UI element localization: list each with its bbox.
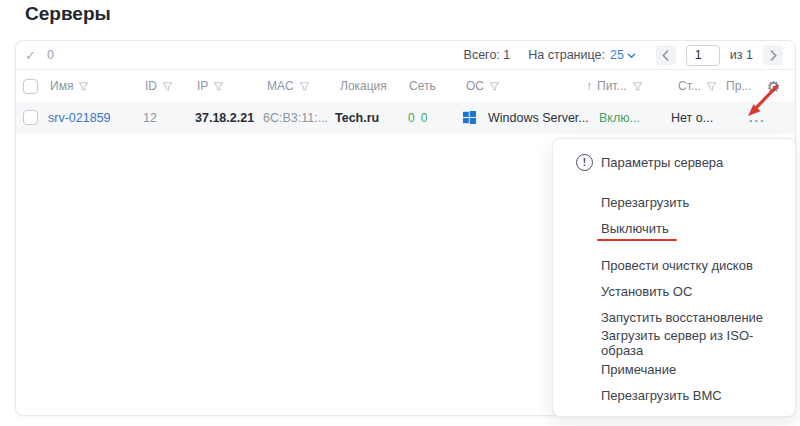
menu-item-install-os[interactable]: Установить ОС (553, 278, 795, 304)
checkbox-icon (23, 79, 38, 94)
server-ip: 37.18.2.21 (195, 102, 254, 133)
filter-icon[interactable] (213, 81, 224, 92)
select-all-checkbox[interactable] (23, 70, 38, 102)
menu-item-label: Выключить (601, 221, 669, 236)
windows-icon (463, 102, 476, 133)
servers-page: Серверы ✓ 0 Всего: 1 На странице: 25 (0, 0, 800, 426)
total-value: 1 (503, 48, 510, 62)
of-label: из (730, 48, 743, 62)
menu-item-reboot-bmc[interactable]: Перезагрузить BMC (553, 382, 795, 408)
filter-icon[interactable] (78, 81, 89, 92)
column-header-id[interactable]: ID (145, 70, 173, 102)
prev-page-button[interactable] (656, 45, 676, 65)
red-underline-annotation (597, 239, 677, 242)
server-name-link[interactable]: srv-021859 (48, 102, 111, 133)
menu-item-start-recovery[interactable]: Запустить восстановление (553, 304, 795, 330)
column-header-status[interactable]: Ст... (678, 70, 717, 102)
total-pages: 1 (746, 48, 753, 62)
next-page-button[interactable] (763, 45, 783, 65)
column-label: Имя (50, 79, 73, 93)
column-label: Пр... (726, 79, 751, 93)
column-label: Ст... (678, 79, 701, 93)
column-header-location[interactable]: Локация (340, 70, 387, 102)
column-label: Пит... (597, 79, 627, 93)
per-page-label: На странице: (528, 48, 605, 62)
filter-icon[interactable] (299, 81, 310, 92)
per-page-value: 25 (610, 48, 624, 62)
column-header-network[interactable]: Сеть (409, 70, 436, 102)
menu-item-label: Параметры сервера (601, 155, 723, 170)
table-header: Имя ID IP MAC Локация Сеть ОС ↑ (16, 70, 795, 102)
menu-item-label: Установить ОС (601, 284, 692, 299)
select-all-check-icon[interactable]: ✓ (25, 48, 36, 63)
server-power-status: Вклю... (599, 102, 640, 133)
filter-icon[interactable] (632, 81, 643, 92)
menu-item-shutdown[interactable]: Выключить (553, 215, 795, 241)
selected-count: 0 (47, 48, 54, 62)
filter-icon[interactable] (706, 81, 717, 92)
pagination-bar: Всего: 1 На странице: 25 из 1 (464, 45, 783, 66)
sort-asc-icon: ↑ (586, 79, 592, 93)
column-header-name[interactable]: Имя (50, 70, 89, 102)
menu-item-label: Перезагрузить (601, 195, 689, 210)
column-header-mac[interactable]: MAC (267, 70, 310, 102)
server-network: 0 0 (408, 102, 427, 133)
network-out: 0 (421, 111, 428, 125)
server-location: Tech.ru (335, 102, 379, 133)
network-in: 0 (408, 111, 415, 125)
alert-circle-icon: ! (576, 154, 593, 171)
page-number-input[interactable] (686, 45, 720, 66)
column-label: ОС (466, 79, 484, 93)
row-context-menu: ! Параметры сервера Перезагрузить Выключ… (552, 138, 796, 417)
server-status: Нет о... (671, 102, 713, 133)
menu-item-reboot[interactable]: Перезагрузить (553, 189, 795, 215)
menu-item-label: Примечание (601, 362, 676, 377)
row-checkbox[interactable] (23, 102, 38, 133)
menu-item-label: Загрузить сервер из ISO-образа (601, 328, 795, 358)
column-label: Сеть (409, 79, 436, 93)
chevron-right-icon (769, 50, 778, 61)
column-header-os[interactable]: ОС (466, 70, 500, 102)
row-actions-button[interactable]: ... (749, 102, 766, 133)
menu-item-disk-cleanup[interactable]: Провести очистку дисков (553, 252, 795, 278)
column-label: IP (197, 79, 208, 93)
chevron-left-icon (661, 50, 670, 61)
checkbox-icon (23, 110, 38, 125)
filter-icon[interactable] (162, 81, 173, 92)
table-toolbar: ✓ 0 Всего: 1 На странице: 25 из 1 (16, 41, 795, 70)
column-label: ID (145, 79, 157, 93)
menu-item-label: Запустить восстановление (601, 310, 763, 325)
column-header-power[interactable]: ↑ Пит... (586, 70, 643, 102)
server-id: 12 (143, 102, 157, 133)
column-header-note[interactable]: Пр... (726, 70, 751, 102)
per-page-select[interactable]: 25 (610, 48, 636, 62)
menu-item-label: Перезагрузить BMC (601, 388, 722, 403)
menu-item-label: Провести очистку дисков (601, 258, 753, 273)
server-mac: 6C:B3:11:... (263, 102, 328, 133)
page-of-total: из 1 (730, 48, 753, 62)
menu-item-server-parameters[interactable]: ! Параметры сервера (553, 144, 795, 180)
gear-icon[interactable]: ⚙ (767, 70, 780, 102)
column-label: MAC (267, 79, 294, 93)
total-count: Всего: 1 (464, 48, 511, 62)
menu-item-note[interactable]: Примечание (553, 356, 795, 382)
chevron-down-icon (627, 51, 636, 60)
total-label: Всего: (464, 48, 500, 62)
table-row[interactable]: srv-021859 12 37.18.2.21 6C:B3:11:... Te… (16, 102, 795, 133)
menu-item-boot-from-iso[interactable]: Загрузить сервер из ISO-образа (553, 330, 795, 356)
column-label: Локация (340, 79, 387, 93)
server-os: Windows Server... (488, 102, 589, 133)
filter-icon[interactable] (489, 81, 500, 92)
page-title: Серверы (25, 3, 111, 25)
column-header-ip[interactable]: IP (197, 70, 224, 102)
